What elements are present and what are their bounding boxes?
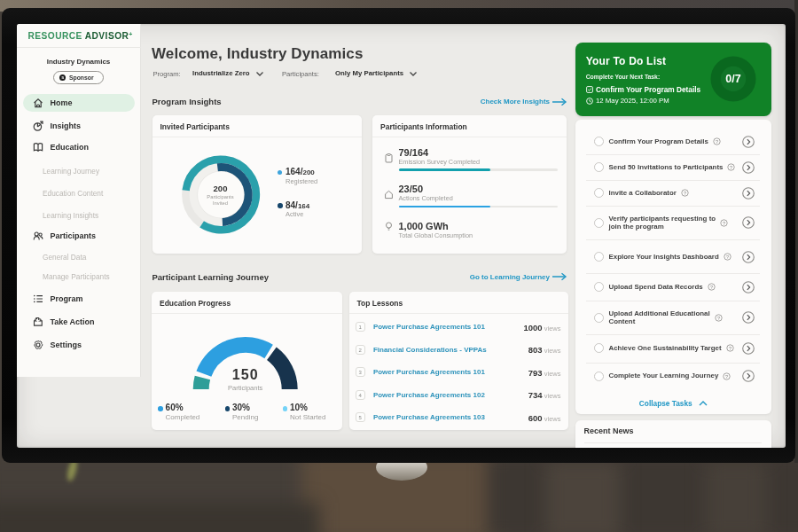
svg-text:?: ?: [716, 139, 718, 145]
svg-text:?: ?: [710, 285, 713, 290]
svg-text:?: ?: [730, 165, 732, 170]
svg-text:?: ?: [726, 254, 729, 260]
svg-text:?: ?: [725, 373, 728, 379]
svg-text:?: ?: [684, 191, 686, 196]
svg-text:?: ?: [717, 315, 720, 320]
svg-text:?: ?: [729, 346, 732, 351]
svg-text:?: ?: [723, 220, 725, 225]
